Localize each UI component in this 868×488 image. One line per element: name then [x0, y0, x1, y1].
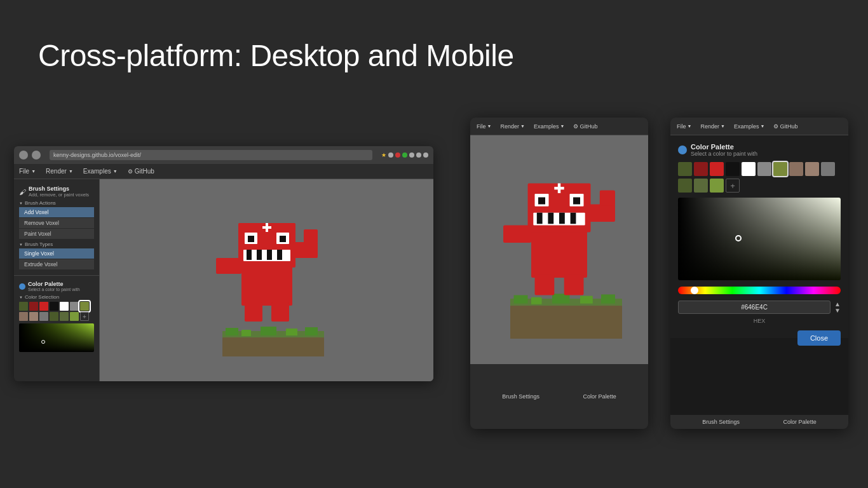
phone-add-swatch-button[interactable]: + — [726, 179, 740, 193]
phone-examples-menu[interactable]: Examples ▼ — [734, 123, 764, 130]
swatch-2[interactable] — [29, 302, 38, 311]
phone-brush-settings-tab[interactable]: Brush Settings — [702, 419, 740, 425]
svg-rect-46 — [587, 205, 615, 222]
phone-swatch-9[interactable] — [805, 162, 819, 176]
phone-color-palette-tab[interactable]: Color Palette — [783, 419, 817, 425]
tablet-brush-settings-tab[interactable]: Brush Settings — [502, 393, 539, 400]
svg-rect-30 — [580, 296, 593, 304]
svg-rect-11 — [248, 236, 254, 242]
swatch-4[interactable] — [50, 302, 58, 311]
svg-rect-27 — [514, 295, 528, 304]
phone-file-menu[interactable]: File ▼ — [677, 123, 691, 130]
phone-swatch-6[interactable] — [757, 162, 771, 176]
swatch-12[interactable] — [60, 312, 69, 321]
phone-swatch-3[interactable] — [710, 162, 724, 176]
tablet-file-menu[interactable]: File ▼ — [477, 123, 491, 130]
color-palette-section: Color Palette Select a color to paint wi… — [14, 278, 99, 355]
svg-rect-4 — [261, 327, 276, 336]
phone-stepper-arrows[interactable]: ▲ ▼ — [834, 301, 841, 314]
phone-close-button[interactable]: Close — [797, 330, 841, 346]
svg-rect-31 — [601, 294, 615, 303]
phone-gradient-picker[interactable] — [678, 198, 841, 280]
phone-palette-sub: Select a color to paint with — [691, 151, 757, 157]
phone-swatches-row1 — [678, 162, 841, 176]
phone-screenshot: File ▼ Render ▼ Examples ▼ ⚙ GitHub Colo… — [670, 118, 848, 429]
phone-gradient-dot — [735, 235, 742, 241]
color-palette-header: Color Palette Select a color to paint wi… — [19, 281, 94, 292]
phone-swatch-11[interactable] — [678, 179, 692, 193]
back-button-icon[interactable] — [19, 151, 28, 159]
svg-rect-18 — [267, 250, 272, 260]
phone-hex-label: HEX — [678, 318, 841, 324]
svg-rect-21 — [292, 242, 318, 258]
phone-panel-header: Color Palette Select a color to paint wi… — [678, 143, 841, 157]
phone-swatch-7-selected[interactable] — [773, 162, 787, 176]
tablet-color-palette-tab[interactable]: Color Palette — [583, 393, 616, 400]
remove-voxel-button[interactable]: Remove Voxel — [19, 218, 94, 228]
url-bar[interactable]: kenny-designs.github.io/voxel-edit/ — [50, 150, 372, 160]
tablet-bottom-bar: Brush Settings Color Palette — [470, 364, 648, 429]
svg-rect-42 — [548, 213, 553, 224]
canvas-area[interactable] — [100, 179, 433, 381]
phone-bottom-bar: Brush Settings Color Palette — [670, 415, 848, 429]
toolbar-render[interactable]: Render ▼ — [46, 168, 73, 175]
forward-button-icon[interactable] — [32, 151, 41, 159]
swatch-13[interactable] — [70, 312, 79, 321]
color-palette-icon — [19, 283, 25, 290]
phone-swatch-10[interactable] — [821, 162, 835, 176]
phone-render-menu[interactable]: Render ▼ — [700, 123, 724, 130]
swatch-7-selected[interactable] — [80, 302, 89, 311]
svg-rect-47 — [600, 191, 615, 206]
tablet-canvas[interactable] — [470, 135, 648, 364]
app-body: 🖌 Brush Settings Add, remove, or paint v… — [14, 179, 433, 381]
color-palette-sub: Select a color to paint with — [28, 287, 80, 292]
swatch-5[interactable] — [60, 302, 69, 311]
browser-toolbar-icons: ★ — [381, 152, 428, 158]
svg-rect-12 — [280, 236, 286, 242]
svg-rect-48 — [535, 274, 555, 295]
phone-swatch-13[interactable] — [710, 179, 724, 193]
swatch-8[interactable] — [19, 312, 28, 321]
svg-rect-37 — [573, 198, 580, 205]
phone-swatch-8[interactable] — [789, 162, 803, 176]
tablet-github-menu[interactable]: ⚙ GitHub — [573, 123, 597, 130]
single-voxel-button[interactable]: Single Voxel — [19, 248, 94, 259]
hue-slider-thumb[interactable] — [691, 287, 698, 294]
swatch-1[interactable] — [19, 302, 28, 311]
add-voxel-button[interactable]: Add Voxel — [19, 207, 94, 217]
extrude-voxel-button[interactable]: Extrude Voxel — [19, 259, 94, 269]
svg-rect-49 — [564, 274, 584, 295]
color-gradient-preview[interactable] — [19, 323, 94, 352]
phone-swatch-5[interactable] — [742, 162, 756, 176]
page-title: Cross-platform: Desktop and Mobile — [38, 38, 514, 73]
swatch-6[interactable] — [70, 302, 79, 311]
voxel-character — [203, 204, 330, 356]
tablet-render-menu[interactable]: Render ▼ — [500, 123, 524, 130]
phone-swatch-1[interactable] — [678, 162, 692, 176]
color-selection-label: Color Selection — [19, 294, 94, 300]
phone-hex-input[interactable] — [678, 301, 831, 314]
svg-rect-36 — [538, 198, 545, 205]
swatch-11[interactable] — [50, 312, 58, 321]
swatch-10[interactable] — [39, 312, 48, 321]
add-swatch-button[interactable]: + — [80, 312, 89, 321]
toolbar-examples[interactable]: Examples ▼ — [83, 168, 118, 175]
desktop-screenshot: kenny-designs.github.io/voxel-edit/ ★ Fi… — [14, 146, 433, 381]
swatch-3[interactable] — [39, 302, 48, 311]
phone-hex-row: ▲ ▼ — [678, 301, 841, 314]
paint-voxel-button[interactable]: Paint Voxel — [19, 229, 94, 239]
tablet-examples-menu[interactable]: Examples ▼ — [534, 123, 564, 130]
phone-github-menu[interactable]: ⚙ GitHub — [773, 123, 797, 130]
phone-swatch-2[interactable] — [694, 162, 708, 176]
svg-rect-17 — [257, 250, 262, 260]
phone-hue-slider[interactable] — [678, 287, 841, 294]
tablet-screenshot: File ▼ Render ▼ Examples ▼ ⚙ GitHub — [470, 118, 648, 429]
swatch-9[interactable] — [29, 312, 38, 321]
svg-rect-29 — [552, 294, 570, 303]
phone-swatch-4[interactable] — [726, 162, 740, 176]
phone-swatch-12[interactable] — [694, 179, 708, 193]
svg-rect-23 — [245, 302, 262, 322]
sidebar-divider — [14, 275, 99, 276]
toolbar-github[interactable]: ⚙ GitHub — [128, 168, 154, 175]
toolbar-file[interactable]: File ▼ — [19, 168, 36, 175]
